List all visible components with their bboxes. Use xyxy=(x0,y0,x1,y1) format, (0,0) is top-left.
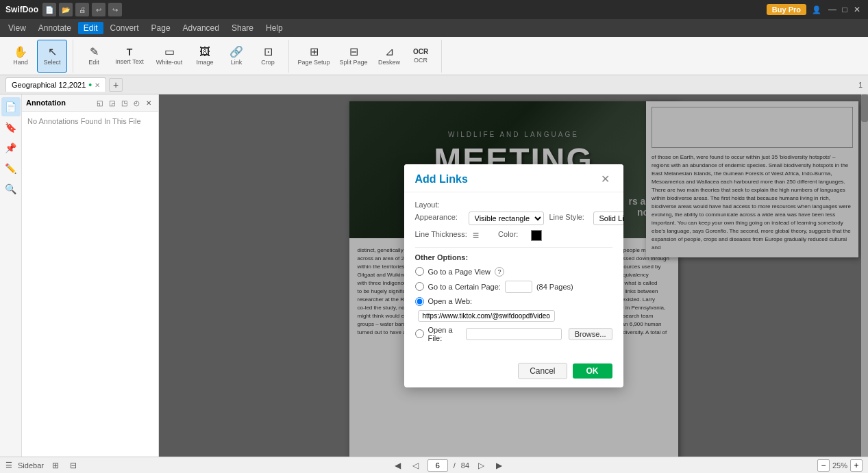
tb-open[interactable]: 📂 xyxy=(59,3,73,16)
radio-certain-page-input[interactable] xyxy=(415,282,424,291)
modal-footer: Cancel OK xyxy=(404,357,623,387)
tool-white-out[interactable]: ▭ White-out xyxy=(150,40,188,73)
menu-annotate[interactable]: Annotate xyxy=(33,22,77,34)
tool-page-setup[interactable]: ⊞ Page Setup xyxy=(295,40,333,73)
line-style-select[interactable]: Solid Line xyxy=(593,212,623,225)
modal-body: Layout: Appearance: Visible rectangle Li… xyxy=(404,192,623,357)
tool-deskew[interactable]: ⊿ Deskew xyxy=(374,40,404,73)
tool-ocr[interactable]: OCR OCR xyxy=(406,40,436,73)
doc-tab-1[interactable]: Geographical 12,2021 • ✕ xyxy=(5,77,106,92)
page-separator: / xyxy=(454,461,456,470)
white-out-icon: ▭ xyxy=(164,47,175,57)
tool-crop[interactable]: ⊡ Crop xyxy=(253,40,283,73)
modal-close-button[interactable]: ✕ xyxy=(599,172,612,186)
sidebar-toggle-icon[interactable]: ☰ xyxy=(5,461,12,470)
status-center: ◀ ◁ / 84 ▷ ▶ xyxy=(392,459,505,472)
radio-page-view-input[interactable] xyxy=(415,267,424,276)
tb-new[interactable]: 📄 xyxy=(42,3,56,16)
sidebar-icon-annotations[interactable]: 📌 xyxy=(1,138,21,157)
tool-link-label: Link xyxy=(231,59,243,66)
tool-hand[interactable]: ✋ Hand xyxy=(5,40,36,73)
menu-page[interactable]: Page xyxy=(146,22,176,34)
panel-empty-message: No Annotations Found In This File xyxy=(22,112,158,457)
browse-button[interactable]: Browse... xyxy=(569,328,612,340)
sidebar-icon-search[interactable]: 🔍 xyxy=(1,179,21,199)
annotation-panel: Annotation ◱ ◲ ◳ ◴ ✕ No Annotations Foun… xyxy=(22,94,159,457)
menu-edit[interactable]: Edit xyxy=(78,22,103,34)
radio-open-web-label[interactable]: Open a Web: xyxy=(428,297,473,305)
radio-open-web: Open a Web: xyxy=(415,297,612,322)
last-page-button[interactable]: ▶ xyxy=(493,459,505,472)
url-input[interactable] xyxy=(418,310,555,322)
tool-select[interactable]: ↖ Select xyxy=(37,40,67,73)
sidebar-icon-bookmarks[interactable]: 🔖 xyxy=(1,118,21,137)
menu-convert[interactable]: Convert xyxy=(105,22,145,34)
status-left: ☰ Sidebar ⊞ ⊟ xyxy=(5,459,79,472)
other-options-section: Other Options: Go to a Page View ? xyxy=(415,253,612,342)
tb-redo[interactable]: ↪ xyxy=(108,3,122,16)
radio-open-file-input[interactable] xyxy=(415,329,424,338)
appearance-select[interactable]: Visible rectangle xyxy=(469,212,544,225)
tab-close-button[interactable]: ✕ xyxy=(95,81,100,89)
next-page-button[interactable]: ▷ xyxy=(475,459,487,472)
panel-icon-2[interactable]: ◲ xyxy=(106,97,117,108)
radio-open-file-label[interactable]: Open a File: xyxy=(428,326,459,342)
panel-icon-4[interactable]: ◴ xyxy=(131,97,142,108)
page-total: 84 xyxy=(461,461,469,470)
cancel-button[interactable]: Cancel xyxy=(518,363,567,379)
modal-title: Add Links xyxy=(415,173,468,186)
tool-crop-label: Crop xyxy=(261,59,275,66)
prev-page-button[interactable]: ◁ xyxy=(410,459,422,472)
menu-view[interactable]: View xyxy=(3,22,32,34)
first-page-button[interactable]: ◀ xyxy=(392,459,404,472)
radio-certain-page-label[interactable]: Go to a Certain Page: xyxy=(428,283,501,291)
tool-insert-text[interactable]: T Insert Text xyxy=(110,40,149,73)
link-icon: 🔗 xyxy=(230,47,243,57)
zoom-in-button[interactable]: + xyxy=(850,459,863,472)
url-input-row xyxy=(418,310,555,322)
radio-page-view-label[interactable]: Go to a Page View xyxy=(428,268,491,276)
help-icon[interactable]: ? xyxy=(495,267,504,277)
line-thickness-icon[interactable]: ≡ xyxy=(473,229,479,242)
zoom-out-button[interactable]: − xyxy=(817,459,830,472)
menu-advanced[interactable]: Advanced xyxy=(177,22,225,34)
app-name: SwifDoo xyxy=(5,5,38,14)
tool-edit[interactable]: ✎ Edit xyxy=(79,40,109,73)
close-button[interactable]: ✕ xyxy=(852,4,863,15)
view-icon-2[interactable]: ⊟ xyxy=(67,459,79,472)
panel-icon-3[interactable]: ◳ xyxy=(119,97,129,108)
tab-add-button[interactable]: + xyxy=(109,78,123,92)
maximize-button[interactable]: □ xyxy=(839,4,850,15)
page-number-input[interactable] xyxy=(427,459,448,472)
sidebar-icon-pages[interactable]: 📄 xyxy=(1,97,21,116)
tool-image[interactable]: 🖼 Image xyxy=(190,40,220,73)
hand-icon: ✋ xyxy=(14,47,27,57)
insert-text-icon: T xyxy=(127,47,133,57)
toolbar: ✋ Hand ↖ Select ✎ Edit T Insert Text ▭ W… xyxy=(0,37,868,75)
tb-undo[interactable]: ↩ xyxy=(92,3,106,16)
panel-close-button[interactable]: ✕ xyxy=(143,97,154,108)
tb-print[interactable]: 🖨 xyxy=(75,3,89,16)
tool-link[interactable]: 🔗 Link xyxy=(221,40,251,73)
modal-overlay: Add Links ✕ Layout: Appearance: Visible … xyxy=(159,94,868,457)
view-icon-1[interactable]: ⊞ xyxy=(49,459,62,472)
title-bar-left: SwifDoo 📄 📂 🖨 ↩ ↪ xyxy=(5,3,122,16)
menu-share[interactable]: Share xyxy=(226,22,259,34)
tool-split-page[interactable]: ⊟ Split Page xyxy=(334,40,373,73)
radio-open-web-input[interactable] xyxy=(415,297,424,306)
user-icon[interactable]: 👤 xyxy=(812,5,821,14)
minimize-button[interactable]: — xyxy=(827,4,838,15)
deskew-icon: ⊿ xyxy=(385,47,394,57)
page-setup-icon: ⊞ xyxy=(310,47,319,57)
tool-image-label: Image xyxy=(196,59,213,66)
color-swatch[interactable] xyxy=(531,230,542,241)
menu-help[interactable]: Help xyxy=(260,22,288,34)
sidebar-icon-edit[interactable]: ✏️ xyxy=(1,159,21,178)
certain-page-input[interactable] xyxy=(505,281,532,293)
ok-button[interactable]: OK xyxy=(573,363,612,379)
appearance-row: Appearance: Visible rectangle Line Style… xyxy=(415,212,612,225)
title-bar-right: Buy Pro 👤 — □ ✕ xyxy=(767,4,863,15)
buy-pro-button[interactable]: Buy Pro xyxy=(767,4,806,15)
panel-icon-1[interactable]: ◱ xyxy=(94,97,105,108)
open-file-input[interactable] xyxy=(466,328,562,340)
